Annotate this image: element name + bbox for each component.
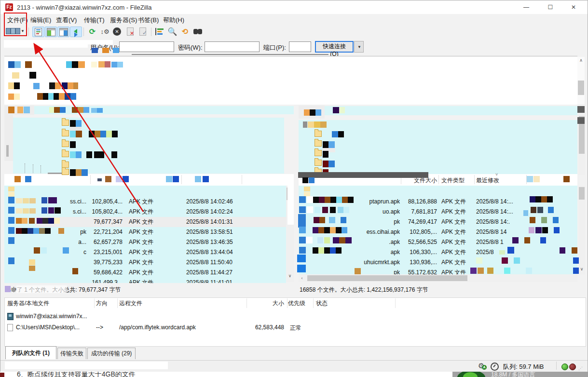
queue-row-server[interactable]: winwin7@xiazai.winwin7x... <box>16 313 87 320</box>
menu-transfer[interactable]: 传输(T) <box>84 16 105 25</box>
menu-server[interactable]: 服务器(S) <box>110 16 137 25</box>
queue-header-direction[interactable]: 方向 <box>96 299 108 308</box>
local-list-header[interactable] <box>4 174 294 186</box>
file-row-date[interactable]: 2025/8/8 14:. <box>476 217 534 227</box>
queue-header-status[interactable]: 状态 <box>316 299 328 308</box>
file-row-date[interactable]: 2025/8/8 14 <box>476 227 534 237</box>
file-row-type[interactable]: APK 文件 <box>129 247 177 257</box>
queue-header-local[interactable]: 服务器/本地文件 <box>7 299 49 308</box>
tab-queued-files[interactable]: 列队的文件 (1) <box>5 346 56 359</box>
file-row-date[interactable]: 2025/8/8 13:58:51 <box>186 227 263 237</box>
queue-header-priority[interactable]: 优先级 <box>288 299 305 308</box>
menu-bookmarks[interactable]: 书签(B) <box>138 16 159 25</box>
sync-browse-button[interactable]: ⟲ <box>179 27 191 37</box>
file-row-type[interactable]: APK 文件 <box>129 217 177 227</box>
file-row-date[interactable]: 2025/8/8 13:46:35 <box>186 237 263 247</box>
file-row-type[interactable]: APK 文件 <box>129 227 177 237</box>
folder-icon[interactable] <box>62 120 69 126</box>
file-row-type[interactable]: APK 文件 <box>129 237 177 247</box>
queue-row-remote-file[interactable]: /app/com.iflytek.wordcard.apk <box>119 324 196 331</box>
close-button[interactable]: ✕ <box>563 0 584 14</box>
title-bar[interactable]: Fz 2113 - winwin7@xiazai.winwin7xz.com -… <box>0 0 588 14</box>
site-manager-button[interactable]: ▼ <box>5 27 23 37</box>
folder-icon[interactable] <box>62 151 69 157</box>
menu-help[interactable]: 帮助(H) <box>163 16 184 25</box>
toggle-remote-tree-button[interactable] <box>57 27 69 37</box>
file-row-size[interactable]: 62,657,278 <box>60 237 123 247</box>
toggle-local-tree-button[interactable] <box>45 27 57 37</box>
disconnect-button[interactable]: ✕ <box>125 27 137 37</box>
local-list-scroll-down-arrow[interactable]: ∨ <box>286 273 294 278</box>
file-row-type[interactable]: APK 文件 <box>441 247 480 257</box>
minimize-button[interactable]: — <box>516 0 537 14</box>
file-row-size[interactable]: 22,721,204 <box>60 227 123 237</box>
message-log[interactable] <box>4 56 577 105</box>
file-row-date[interactable]: 2025/8/8 14:... <box>476 197 534 207</box>
menu-file[interactable]: 文件(F) <box>7 16 28 25</box>
folder-icon[interactable] <box>62 169 69 175</box>
queue-header-remote[interactable]: 远程文件 <box>119 299 142 308</box>
file-row-type[interactable]: APK 文件 <box>441 237 480 247</box>
file-row-size[interactable]: 106,330,... <box>398 247 437 257</box>
file-row-size[interactable]: 102,805,4... <box>60 197 123 207</box>
refresh-button[interactable]: ⟳ <box>86 27 98 37</box>
toggle-queue-button[interactable] <box>70 27 82 37</box>
menu-edit[interactable]: 编辑(E) <box>30 16 51 25</box>
remote-list-scrollbar-thumb[interactable] <box>579 187 585 200</box>
file-row-date[interactable]: 2025/8/8 13:44:04 <box>186 247 263 257</box>
password-input[interactable] <box>205 41 260 52</box>
folder-icon[interactable] <box>62 130 69 136</box>
file-row-size[interactable]: 59,686,422 <box>60 268 123 278</box>
file-row-type[interactable]: APK 文件 <box>129 197 177 207</box>
compare-button[interactable]: 🔍 <box>166 27 178 37</box>
remote-header-modified[interactable]: 最近修改 <box>476 176 499 185</box>
file-row-type[interactable]: APK 文件 <box>441 197 480 207</box>
remote-list-hscrollbar-thumb[interactable] <box>307 275 467 281</box>
log-scrollbar-thumb[interactable] <box>578 81 584 95</box>
file-row-date[interactable]: 2025/8/8 11:41:01 <box>186 278 263 283</box>
folder-icon[interactable] <box>315 150 322 156</box>
folder-icon[interactable] <box>315 131 322 137</box>
file-row-date[interactable]: 2025/8/8 11:44:27 <box>186 268 263 278</box>
file-row-type[interactable]: APK 文件 <box>129 268 177 278</box>
quickconnect-button[interactable]: 快速连接(Q) <box>315 41 354 53</box>
file-row-type[interactable]: APK 文件 <box>129 278 177 283</box>
file-row-date[interactable]: 2025/8/8 14:02:24 <box>186 207 263 217</box>
auto-transfer-gear-icon[interactable]: ⚙A <box>478 362 484 370</box>
file-row-size[interactable]: 79,677,347 <box>60 217 123 227</box>
file-row-size[interactable]: 105,802,4... <box>60 207 123 217</box>
tab-successful-transfers[interactable]: 成功的传输 (29) <box>87 348 136 359</box>
maximize-button[interactable]: ☐ <box>540 0 561 14</box>
file-row-size[interactable]: 74,269,417 <box>398 217 437 227</box>
file-row-type[interactable]: APK 文件 <box>441 227 480 237</box>
queue-row-local-file[interactable]: C:\Users\MSI\Desktop\... <box>16 324 80 331</box>
file-row-name[interactable]: uo.apk <box>299 207 400 217</box>
file-row-name[interactable]: pk <box>299 268 400 274</box>
file-row-size[interactable]: 7,681,817 <box>398 207 437 217</box>
file-row-size[interactable]: 23,215,001 <box>60 247 123 257</box>
file-row-size[interactable]: 55,172,632 <box>398 268 437 274</box>
file-row-size[interactable]: 102,805,... <box>398 227 437 237</box>
file-row-size[interactable]: 39,775,233 <box>60 257 123 268</box>
file-row-date[interactable]: 2025/8 <box>476 247 534 257</box>
file-row-type[interactable]: APK 文件 <box>441 257 480 268</box>
port-input[interactable] <box>289 41 311 52</box>
username-input[interactable] <box>119 41 174 52</box>
remote-header-type[interactable]: 文件类型 <box>441 176 465 185</box>
chevron-down-icon[interactable]: ▼ <box>21 29 25 33</box>
filter-button[interactable] <box>154 27 166 37</box>
file-row-date[interactable]: 2025/8/8 14:02:46 <box>186 197 263 207</box>
cancel-button[interactable]: ✕ <box>111 27 123 37</box>
file-row-size[interactable]: 161,499,3... <box>60 278 123 283</box>
file-row-type[interactable]: APK 文件 <box>441 217 480 227</box>
file-row-name[interactable]: uhuicmrkt.apk <box>299 257 400 268</box>
file-row-type[interactable]: APK 文件 <box>441 207 480 217</box>
file-row-type[interactable]: APK 文件 <box>129 257 177 268</box>
file-row-size[interactable]: 52,566,525 <box>398 237 437 247</box>
queue-header-size[interactable]: 大小 <box>242 299 284 308</box>
menu-view[interactable]: 查看(V) <box>56 16 77 25</box>
folder-icon[interactable] <box>315 140 322 147</box>
file-row-size[interactable]: 88,126,888 <box>398 197 437 207</box>
log-scroll-up-arrow[interactable]: ∧ <box>577 58 585 63</box>
find-files-button[interactable] <box>192 27 205 37</box>
